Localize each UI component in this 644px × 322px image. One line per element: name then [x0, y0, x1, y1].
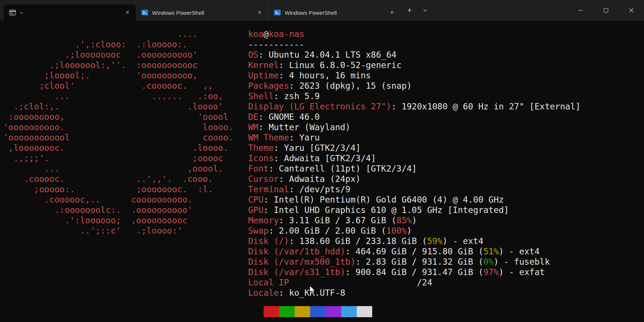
info-line: Uptime: 4 hours, 16 mins [248, 70, 580, 81]
color-swatch [264, 306, 279, 317]
info-line: WM Theme: Yaru [248, 132, 580, 143]
ascii-art: .... .',:clooo: .:looooo:. .;loooooooc .… [0, 29, 248, 236]
minimize-icon [578, 8, 583, 13]
info-line: Terminal: /dev/pts/9 [248, 184, 580, 194]
info-line: Display (LG Electronics 27"): 1920x1080 … [248, 101, 580, 112]
info-line: Swap: 2.00 GiB / 2.00 GiB (100%) [248, 226, 580, 236]
terminal-window: ~ ✕ Windows PowerShell ✕ [0, 0, 644, 322]
tab-powershell-1[interactable]: Windows PowerShell ✕ [136, 4, 268, 21]
tab-strip: ~ ✕ Windows PowerShell ✕ [0, 0, 568, 21]
info-line: Disk (/var/mx500_1tb): 2.83 GiB / 931.32… [248, 257, 580, 267]
minimize-button[interactable] [568, 0, 593, 21]
tab-close-icon[interactable]: ✕ [387, 9, 397, 16]
info-line: GPU: Intel UHD Graphics 610 @ 1.05 GHz [… [248, 205, 580, 215]
tab-powershell-2[interactable]: Windows PowerShell ✕ [268, 4, 400, 21]
tab-label: Windows PowerShell [152, 10, 251, 16]
info-line: Theme: Yaru [GTK2/3/4] [248, 143, 580, 153]
info-line: Memory: 3.11 GiB / 3.67 GiB (85%) [248, 215, 580, 226]
maximize-button[interactable] [593, 0, 619, 21]
info-line: Disk (/var/1tb_hdd): 464.69 GiB / 915.80… [248, 246, 580, 257]
info-line: DE: GNOME 46.0 [248, 112, 580, 122]
info-line: Disk (/): 138.60 GiB / 233.18 GiB (59%) … [248, 236, 580, 246]
info-line: Shell: zsh 5.9 [248, 91, 580, 101]
info-line: Locale: ko_KR.UTF-8 [248, 288, 580, 298]
info-line: koa@koa-nas [248, 29, 580, 39]
info-line: OS: Ubuntu 24.04.1 LTS x86_64 [248, 50, 580, 60]
color-swatch [248, 306, 264, 317]
chevron-down-icon [423, 8, 427, 13]
info-line: WM: Mutter (Wayland) [248, 122, 580, 132]
fastfetch-output: koa@koa-nas-----------OS: Ubuntu 24.04.1… [248, 29, 580, 317]
color-swatch [295, 306, 310, 317]
color-swatch [357, 306, 372, 317]
titlebar[interactable]: ~ ✕ Windows PowerShell ✕ [0, 0, 644, 21]
system-info-lines: koa@koa-nas-----------OS: Ubuntu 24.04.1… [248, 29, 580, 298]
window-controls [568, 0, 644, 21]
tab-label: Windows PowerShell [285, 10, 384, 16]
close-icon [629, 8, 634, 13]
info-line: ----------- [248, 39, 580, 50]
terminal-icon [9, 9, 16, 16]
terminal-body[interactable]: .... .',:clooo: .:looooo:. .;loooooooc .… [0, 21, 644, 314]
tab-dropdown-button[interactable] [419, 4, 431, 16]
powershell-icon [274, 9, 281, 16]
color-swatch [326, 306, 341, 317]
tab-home[interactable]: ~ ✕ [4, 4, 136, 21]
info-line: Icons: Adwaita [GTK2/3/4] [248, 153, 580, 163]
powershell-icon [141, 9, 148, 16]
color-swatch [341, 306, 357, 317]
info-line: Packages: 2623 (dpkg), 15 (snap) [248, 81, 580, 91]
color-swatch [310, 306, 326, 317]
info-line: Kernel: Linux 6.8.0-52-generic [248, 60, 580, 70]
info-line: Local IP /24 [248, 277, 580, 288]
info-line: Font: Cantarell (11pt) [GTK2/3/4] [248, 163, 580, 174]
tab-label: ~ [20, 10, 119, 16]
info-line: Disk (/var/s31_1tb): 900.84 GiB / 931.47… [248, 267, 580, 277]
color-swatch [279, 306, 295, 317]
new-tab-button[interactable]: + [403, 4, 416, 16]
maximize-icon [603, 8, 609, 13]
info-line: CPU: Intel(R) Pentium(R) Gold G6400 (4) … [248, 194, 580, 205]
close-button[interactable] [619, 0, 644, 21]
info-line: Cursor: Adwaita (24px) [248, 174, 580, 184]
color-swatches [248, 306, 580, 317]
tab-close-icon[interactable]: ✕ [123, 9, 132, 16]
tab-close-icon[interactable]: ✕ [255, 9, 264, 16]
